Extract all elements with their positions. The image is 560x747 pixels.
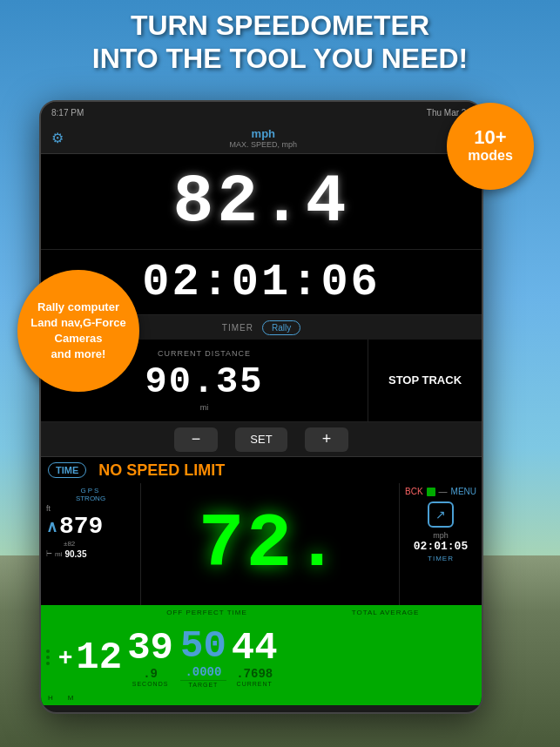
current-decimal: .7698 xyxy=(236,667,273,681)
target-divider xyxy=(180,680,226,681)
set-controls: − SET + xyxy=(41,422,482,457)
stop-track-button[interactable]: STOP TRACK xyxy=(368,340,482,421)
minutes-group: 39 .9 SECONDS xyxy=(127,629,173,687)
hud-top-right: BCK — MENU xyxy=(405,487,476,496)
off-perfect-label: OFF PERFECT TIME xyxy=(118,609,296,621)
bottom-main: + 12 39 .9 SECONDS 50 .0000 TARGET 44 xyxy=(41,621,482,694)
rally-bubble: Rally computerLand nav,G-ForceCamerasand… xyxy=(17,270,139,392)
export-icon-symbol: ↗ xyxy=(435,508,446,522)
bottom-footer: H M xyxy=(41,694,482,705)
dot-2 xyxy=(46,656,50,659)
dot-3 xyxy=(46,662,50,665)
header-line2: INTO THE TOOL YOU NEED! xyxy=(9,42,551,75)
hours-group: 12 xyxy=(76,638,122,676)
rally-text: Rally computerLand nav,G-ForceCamerasand… xyxy=(30,299,126,363)
modes-label: modes xyxy=(468,147,513,164)
current-label: CURRENT xyxy=(237,681,273,687)
hud-dist-icon: ⊢ xyxy=(46,550,52,558)
device-frame: 8:17 PM Thu Mar 21 ⚙ mph MAX. SPEED, mph… xyxy=(39,100,483,714)
distance-label: CURRENT DISTANCE xyxy=(158,349,251,358)
plus-sign: + xyxy=(58,643,72,671)
h-label: H xyxy=(48,694,54,702)
rally-badge[interactable]: Rally xyxy=(262,320,300,335)
hours-value: 12 xyxy=(76,638,122,676)
settings-icon[interactable]: ⚙ xyxy=(51,130,64,146)
target-value: 50 xyxy=(180,627,226,665)
hud-left: GPS STRONG ft ∧ 879 ±82 ⊢ mi 90.35 xyxy=(41,483,141,605)
header-text: TURN SPEEDOMETER INTO THE TOOL YOU NEED! xyxy=(0,9,560,76)
plus-icon: + xyxy=(322,430,332,448)
speed-display: 82.4 xyxy=(41,154,482,250)
distance-unit: mi xyxy=(200,403,209,412)
bck-label: BCK xyxy=(405,487,423,496)
right-time-value: 02:01:05 xyxy=(414,540,468,553)
hud-dist-label: mi xyxy=(55,550,62,558)
right-unit-label: mph xyxy=(433,531,449,540)
target-decimal: .0000 xyxy=(185,665,221,679)
seconds-label: SECONDS xyxy=(132,681,169,687)
hud-section: TIME NO SPEED LIMIT GPS STRONG ft ∧ 879 … xyxy=(41,457,482,605)
modes-count: 10+ xyxy=(474,128,506,147)
minus-button[interactable]: − xyxy=(174,427,218,452)
menu-label[interactable]: MENU xyxy=(451,487,476,496)
gps-strength: STRONG xyxy=(46,495,135,502)
hud-dist-value: 90.35 xyxy=(64,549,86,559)
dot-1 xyxy=(46,649,50,653)
status-time: 8:17 PM xyxy=(51,108,84,118)
header-center: mph MAX. SPEED, mph xyxy=(230,127,298,149)
distance-value: 90.35 xyxy=(145,361,263,403)
altitude-icon: ∧ xyxy=(46,517,57,536)
target-label: TARGET xyxy=(188,682,218,688)
bottom-h-section xyxy=(46,649,53,665)
target-group: 50 .0000 TARGET xyxy=(180,627,226,688)
minus-icon: − xyxy=(192,430,201,448)
set-label: SET xyxy=(250,433,272,446)
plus-button[interactable]: + xyxy=(305,427,348,452)
header-line1: TURN SPEEDOMETER xyxy=(9,9,551,42)
dots-column xyxy=(46,649,50,665)
dash-separator: — xyxy=(439,487,448,496)
no-speed-limit-label: NO SPEED LIMIT xyxy=(98,461,225,480)
hud-top-bar: TIME NO SPEED LIMIT xyxy=(41,457,482,483)
unit-label: mph xyxy=(230,127,298,140)
gps-label: GPS xyxy=(46,487,135,495)
timer-label: TIMER xyxy=(222,323,253,333)
right-timer-label: TIMER xyxy=(428,555,454,562)
hud-main: GPS STRONG ft ∧ 879 ±82 ⊢ mi 90.35 72. xyxy=(41,483,482,605)
app-header: ⚙ mph MAX. SPEED, mph ≡ xyxy=(41,123,482,154)
bottom-section: OFF PERFECT TIME TOTAL AVERAGE + 12 xyxy=(41,605,482,705)
speed-value: 82.4 xyxy=(172,164,349,240)
status-bar: 8:17 PM Thu Mar 21 xyxy=(41,102,482,123)
total-avg-label: TOTAL AVERAGE xyxy=(296,609,475,621)
plus-group: + xyxy=(58,643,72,671)
altitude-accuracy: ±82 xyxy=(64,540,135,548)
green-indicator xyxy=(427,488,435,496)
current-value: 44 xyxy=(232,629,278,667)
alt-unit-label: ft xyxy=(46,504,51,513)
hud-center: 72. xyxy=(141,483,399,605)
hud-right: BCK — MENU ↗ mph 02:01:05 TIMER xyxy=(399,483,482,605)
modes-bubble: 10+ modes xyxy=(447,103,534,190)
stop-track-label: STOP TRACK xyxy=(388,374,462,388)
time-badge[interactable]: TIME xyxy=(48,462,86,478)
current-group: 44 .7698 CURRENT xyxy=(232,629,278,687)
set-button[interactable]: SET xyxy=(235,427,287,452)
hud-speed-value: 72. xyxy=(199,501,341,588)
max-speed-label: MAX. SPEED, mph xyxy=(230,140,298,149)
timer-value: 02:01:06 xyxy=(142,257,381,308)
m-label: M xyxy=(68,694,75,702)
bottom-labels-row: OFF PERFECT TIME TOTAL AVERAGE xyxy=(41,609,482,621)
hud-distance-row: ⊢ mi 90.35 xyxy=(46,549,135,559)
minutes-value: 39 xyxy=(127,629,173,667)
export-button[interactable]: ↗ xyxy=(428,501,454,528)
seconds-value: .9 xyxy=(143,667,158,681)
altitude-value: 879 xyxy=(59,513,103,540)
